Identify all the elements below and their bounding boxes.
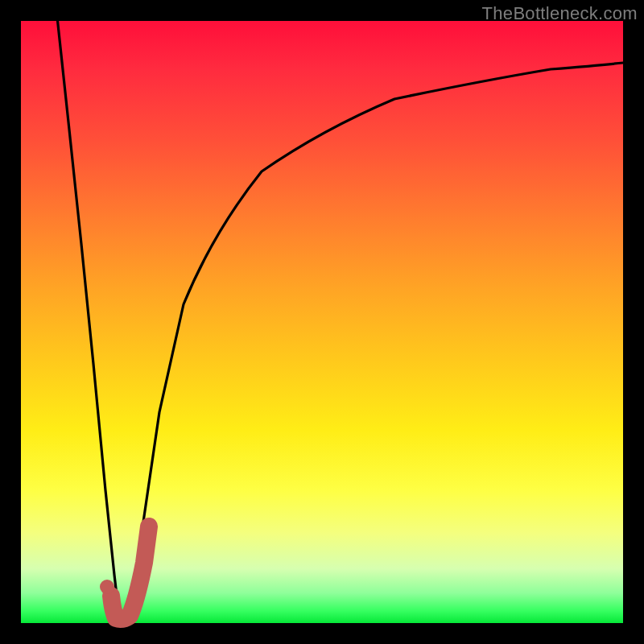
curve-right-branch (130, 63, 623, 623)
curve-left-branch (57, 17, 120, 623)
chart-frame: TheBottleneck.com (0, 0, 644, 644)
j-marker (111, 526, 149, 619)
j-marker-dot (100, 580, 114, 594)
plot-area (21, 21, 623, 623)
chart-svg (21, 21, 623, 623)
watermark-text: TheBottleneck.com (482, 3, 638, 24)
